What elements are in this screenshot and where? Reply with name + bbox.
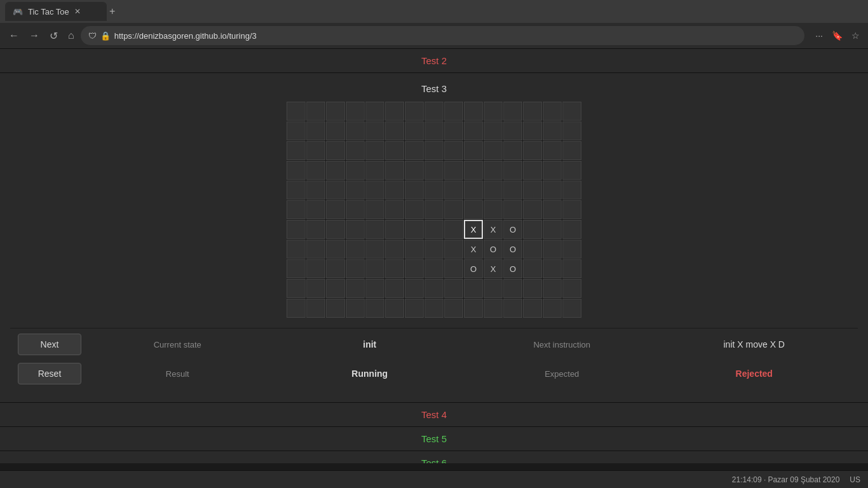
tape-cell — [365, 259, 384, 278]
tape-cell — [543, 102, 562, 121]
tape-cell — [385, 299, 404, 318]
tape-cell — [405, 121, 424, 140]
tape-cell — [365, 161, 384, 180]
tape-cell — [523, 141, 542, 160]
tape-cell — [562, 279, 581, 298]
tape-cell — [385, 180, 404, 200]
tape-cell — [306, 161, 325, 180]
tape-cell — [444, 141, 463, 160]
tape-cell — [365, 299, 384, 318]
tape-cell — [503, 180, 522, 200]
url-display: https://denizbasgoren.github.io/turing/3 — [114, 31, 257, 41]
tape-cell: X — [464, 240, 483, 259]
shield-icon: 🛡 — [88, 31, 97, 41]
tape-cell — [523, 161, 542, 180]
test5-header[interactable]: Test 5 — [0, 427, 868, 451]
tape-cell — [306, 220, 325, 239]
tape-cell: X — [484, 220, 503, 239]
tape-cell — [365, 180, 384, 200]
tape-cell — [444, 102, 463, 121]
tape-cell — [405, 259, 424, 278]
tape-cell — [424, 220, 444, 239]
tape-cell — [523, 102, 542, 121]
tape-cell — [326, 200, 345, 219]
expected-label: Expected — [545, 369, 579, 379]
tape-cell — [444, 121, 463, 140]
rejected-section: Rejected — [658, 369, 851, 379]
lock-icon: 🔒 — [100, 31, 111, 41]
tape-cell — [543, 161, 562, 180]
tape-cell — [346, 259, 365, 278]
tape-cell — [424, 200, 444, 219]
tape-cell — [543, 121, 562, 140]
next-button[interactable]: Next — [18, 334, 81, 355]
more-button[interactable]: ··· — [812, 28, 826, 43]
reset-button[interactable]: Reset — [18, 363, 81, 384]
test3-title: Test 3 — [10, 83, 858, 94]
tape-cell — [562, 121, 581, 140]
tape-cell — [523, 279, 542, 298]
tape-cell — [543, 299, 562, 318]
tape-cell: O — [503, 240, 522, 259]
test6-header[interactable]: Test 6 — [0, 451, 868, 463]
tape-cell — [444, 299, 463, 318]
tape-cell — [405, 240, 424, 259]
forward-button[interactable]: → — [25, 27, 43, 44]
star-button[interactable]: ☆ — [848, 28, 863, 43]
tape-cell — [424, 259, 444, 278]
tape-cell — [287, 220, 306, 239]
tape-cell — [464, 279, 483, 298]
reload-button[interactable]: ↺ — [46, 27, 62, 44]
tape-cell — [424, 121, 444, 140]
tape-cell — [464, 141, 483, 160]
url-prefix: https:// — [114, 31, 139, 41]
back-button[interactable]: ← — [5, 27, 23, 44]
tape-cell — [484, 121, 503, 140]
tape-cell — [543, 259, 562, 278]
next-instruction-section: Next instruction — [466, 340, 658, 349]
address-bar[interactable]: 🛡 🔒 https://denizbasgoren.github.io/turi… — [81, 26, 805, 45]
tape-cell — [405, 299, 424, 318]
home-button[interactable]: ⌂ — [64, 27, 78, 44]
tape-cell — [306, 299, 325, 318]
test4-header[interactable]: Test 4 — [0, 403, 868, 427]
tape-cell — [543, 279, 562, 298]
result-value: Running — [351, 369, 388, 379]
tape-container: XXOXOOOXO — [10, 102, 858, 318]
tab-close-button[interactable]: ✕ — [74, 7, 81, 16]
tape-cell — [346, 279, 365, 298]
tape-cell — [385, 259, 404, 278]
tape-cell — [405, 102, 424, 121]
test2-header[interactable]: Test 2 — [0, 49, 868, 73]
nav-bar: ← → ↺ ⌂ 🛡 🔒 https://denizbasgoren.github… — [0, 23, 868, 48]
test6-label: Test 6 — [421, 458, 447, 463]
new-tab-button[interactable]: + — [109, 6, 115, 17]
tape-cell — [523, 200, 542, 219]
tape-cell — [346, 240, 365, 259]
tape-cell — [385, 220, 404, 239]
tape-cell — [464, 102, 483, 121]
url-path: /turing/3 — [227, 31, 257, 41]
tape-cell — [503, 121, 522, 140]
tape-cell — [326, 299, 345, 318]
url-domain: denizbasgoren.github.io — [139, 31, 227, 41]
tape-cell — [405, 220, 424, 239]
tab-icon: 🎮 — [13, 7, 23, 17]
tape-cell — [326, 259, 345, 278]
test4-label: Test 4 — [421, 409, 447, 420]
tape-cell — [287, 200, 306, 219]
active-tab[interactable]: 🎮 Tic Tac Toe ✕ — [5, 2, 107, 21]
controls-row-2: Reset Result Running Expected Rejected — [10, 360, 858, 392]
tape-cell — [523, 240, 542, 259]
tape-cell — [385, 121, 404, 140]
bookmark-button[interactable]: 🔖 — [829, 28, 846, 43]
result-section: Result — [81, 369, 274, 379]
tape-cell — [326, 141, 345, 160]
nav-right-buttons: ··· 🔖 ☆ — [812, 28, 863, 43]
result-value-section: Running — [274, 369, 466, 379]
tape-cell — [484, 141, 503, 160]
tape-cell: O — [464, 259, 483, 278]
tape-cell — [503, 279, 522, 298]
test3-panel: Test 3 XXOXOOOXO Next Current state init… — [0, 73, 868, 403]
tape-cell — [385, 141, 404, 160]
